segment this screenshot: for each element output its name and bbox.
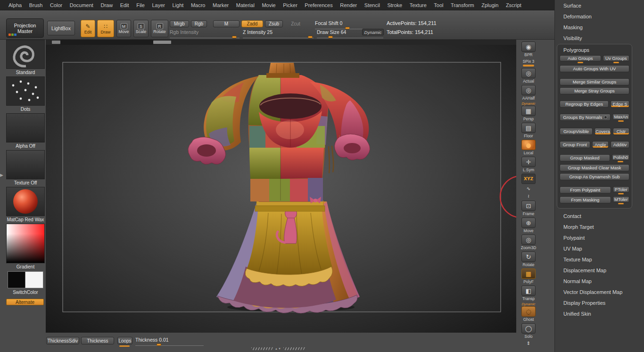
zoom3d-button[interactable]: ◎ Zoom3D: [520, 235, 537, 250]
menu-item[interactable]: Texture: [410, 2, 427, 8]
from-polypaint-button[interactable]: From Polypaint: [560, 186, 611, 193]
uv-groups-button[interactable]: Uv Groups: [603, 55, 629, 61]
edge-smooth-slider-button[interactable]: Edge S: [611, 101, 629, 108]
rgb-button[interactable]: Rgb: [191, 20, 207, 27]
thickness-slider[interactable]: Thickness 0.01: [135, 337, 204, 346]
from-masking-button[interactable]: From Masking: [560, 196, 611, 203]
polyf-button[interactable]: ▦ PolyF: [520, 268, 537, 284]
thickness-slider-handle[interactable]: [157, 344, 161, 346]
brush-thumbnail[interactable]: [6, 40, 45, 69]
actual-size-button[interactable]: ◎ Actual: [520, 68, 537, 84]
coverage-slider-button[interactable]: Covera: [594, 128, 611, 135]
alpha-selector[interactable]: Alpha Off: [6, 113, 45, 149]
shelf-scroll[interactable]: ⇕: [520, 340, 537, 346]
menu-item[interactable]: Picker: [283, 2, 297, 8]
primary-color-swatch[interactable]: [8, 271, 25, 288]
menu-item[interactable]: Light: [172, 2, 183, 8]
persp-button[interactable]: Dynamic ▦ Persp: [520, 102, 537, 121]
switch-color-swatches[interactable]: [6, 271, 45, 289]
dynamic-toggle[interactable]: Dynamic: [362, 29, 384, 35]
auto-groups-button[interactable]: Auto Groups: [560, 55, 601, 61]
dock-strip[interactable]: [46, 40, 516, 45]
mini-slider[interactable]: [618, 120, 624, 122]
brush-selector[interactable]: Standard: [6, 40, 45, 75]
scale-mode-button[interactable]: S Scale: [133, 20, 149, 37]
group-as-dynamesh-sub-button[interactable]: Group As Dynamesh Sub: [560, 173, 629, 180]
mrgb-button[interactable]: Mrgb: [170, 20, 189, 27]
menu-item[interactable]: Zplugin: [481, 2, 498, 8]
menu-item[interactable]: Render: [340, 2, 357, 8]
zsub-button[interactable]: Zsub: [265, 20, 283, 27]
group-masked-clear-mask-button[interactable]: Group Masked Clear Mask: [560, 164, 629, 171]
menu-item[interactable]: Edit: [120, 2, 129, 8]
menu-item[interactable]: Transform: [451, 2, 474, 8]
menu-item[interactable]: Material: [236, 2, 255, 8]
alternate-button[interactable]: Alternate: [6, 299, 44, 305]
z-intensity-handle[interactable]: [308, 36, 313, 38]
palette-section[interactable]: Normal Map: [555, 276, 644, 286]
dock-segment[interactable]: [153, 41, 171, 44]
viewport-canvas[interactable]: [46, 45, 516, 333]
left-tray-handle[interactable]: ▶: [0, 173, 3, 177]
menu-item[interactable]: Stroke: [387, 2, 402, 8]
draw-size-track[interactable]: [317, 36, 383, 38]
polygroups-title[interactable]: Polygroups: [563, 47, 629, 53]
curve-icon-a[interactable]: ∿: [520, 185, 537, 192]
bpr-button[interactable]: ◉ BPR: [520, 42, 537, 57]
regroup-by-edges-button[interactable]: Regroup By Edges: [560, 101, 609, 108]
alpha-thumbnail[interactable]: [6, 113, 45, 142]
switch-color[interactable]: SwitchColor: [6, 271, 45, 295]
projection-master-button[interactable]: Projection Master: [6, 18, 44, 38]
xyz-button[interactable]: XYZ: [520, 174, 537, 184]
spix-slider[interactable]: SPix 3: [520, 59, 537, 67]
palette-section[interactable]: Displacement Map: [555, 265, 644, 276]
rgb-intensity-slider[interactable]: Rgb Intensity: [170, 29, 239, 38]
palette-section[interactable]: Morph Target: [555, 221, 644, 232]
dock-segment[interactable]: [52, 41, 60, 44]
stroke-selector[interactable]: Dots: [6, 76, 45, 112]
focal-shift-slider[interactable]: Focal Shift 0: [315, 20, 383, 29]
menu-item[interactable]: Draw: [100, 2, 113, 8]
cluster-slider-button[interactable]: Clstr: [613, 128, 629, 135]
max-angle-button[interactable]: MaxAn: [612, 114, 629, 120]
loops-button[interactable]: Loops: [117, 337, 132, 344]
palette-section[interactable]: Surface: [555, 0, 644, 11]
secondary-color-swatch[interactable]: [25, 271, 43, 288]
draw-button[interactable]: ∷ Draw: [97, 20, 114, 37]
texture-selector[interactable]: Texture Off: [6, 150, 45, 185]
ghost-button[interactable]: Dynamic ◌ Ghost: [520, 302, 537, 322]
menu-item[interactable]: Preferences: [305, 2, 332, 8]
group-visible-button[interactable]: GroupVisible: [560, 128, 593, 135]
thickness-button[interactable]: Thickness: [81, 337, 114, 344]
menu-item[interactable]: Tool: [434, 2, 443, 8]
zcut-button[interactable]: Zcut: [287, 20, 305, 27]
texture-thumbnail[interactable]: [6, 150, 45, 179]
menu-item[interactable]: Zscript: [506, 2, 521, 8]
transp-button[interactable]: ◧ Transp: [520, 285, 537, 301]
color-gradient-picker[interactable]: [6, 224, 45, 263]
z-intensity-slider[interactable]: Z Intensity 25: [243, 29, 314, 38]
local-button[interactable]: ● Local: [520, 140, 537, 155]
palette-section[interactable]: Display Properties: [555, 297, 644, 308]
mini-slider[interactable]: [618, 193, 624, 194]
rgb-intensity-handle[interactable]: [232, 36, 237, 38]
move-mode-button[interactable]: M Move: [116, 20, 131, 37]
polish-slider-button[interactable]: Polish0: [612, 154, 629, 160]
merge-stray-groups-button[interactable]: Merge Stray Groups: [560, 87, 629, 94]
thickness-slider-track[interactable]: [135, 344, 204, 346]
group-masked-button[interactable]: Group Masked: [560, 154, 610, 161]
angle-slider-button[interactable]: Angle: [592, 141, 609, 148]
draw-size-handle[interactable]: [328, 36, 333, 38]
mini-slider[interactable]: [618, 203, 624, 204]
floor-button[interactable]: ▤ Floor: [520, 123, 537, 138]
palette-section[interactable]: Polypaint: [555, 232, 644, 243]
thickness-sdiv-button[interactable]: ThicknessSdiv: [46, 337, 79, 344]
rotate-button[interactable]: ↻ Rotate: [520, 251, 537, 267]
edit-button[interactable]: ✎ Edit: [81, 20, 95, 37]
group-front-button[interactable]: Group Front: [560, 141, 590, 148]
mini-slider[interactable]: [578, 62, 583, 63]
lightbox-button[interactable]: LightBox: [47, 21, 75, 35]
menu-item[interactable]: Macro: [191, 2, 206, 8]
aahalf-button[interactable]: ◎ AAHalf: [520, 85, 537, 101]
palette-section[interactable]: UV Map: [555, 243, 644, 254]
